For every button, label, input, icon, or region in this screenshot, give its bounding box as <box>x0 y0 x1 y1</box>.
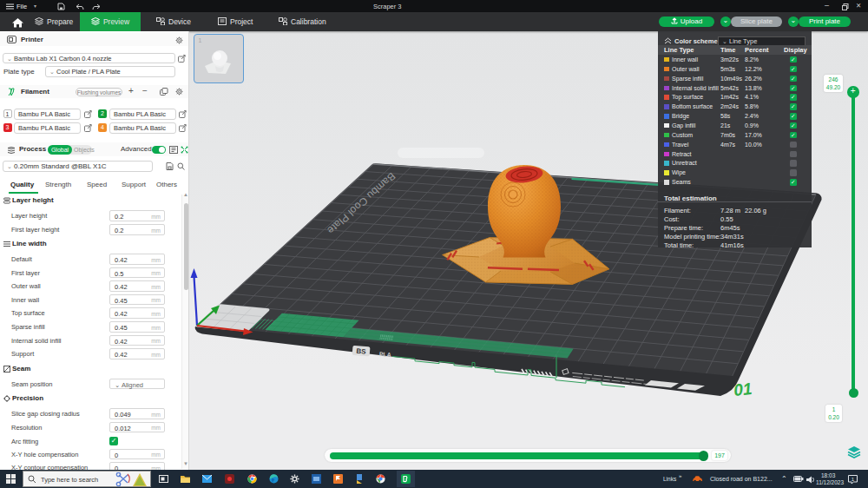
svg-text:01: 01 <box>733 379 753 399</box>
svg-text:1: 1 <box>852 476 855 481</box>
svg-text:PLA: PLA <box>379 351 392 358</box>
svg-text:BS: BS <box>356 347 367 356</box>
